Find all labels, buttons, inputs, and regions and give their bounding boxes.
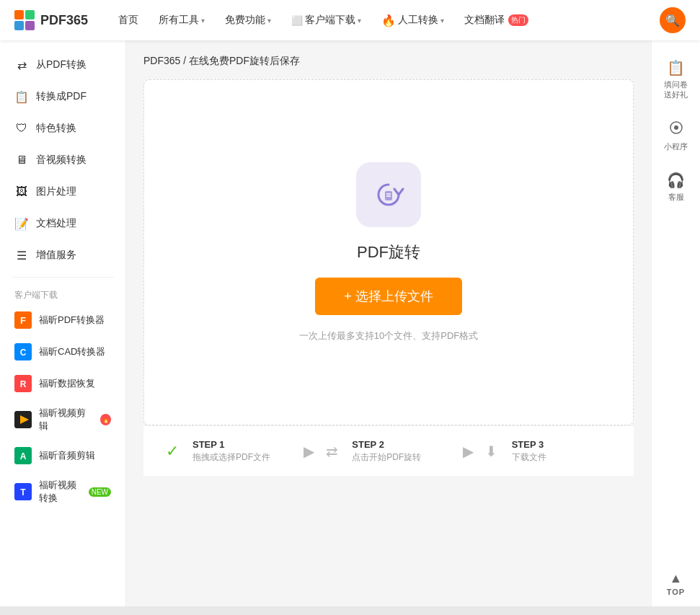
sidebar-item-to-pdf[interactable]: 📋 转换成PDF [0,81,125,112]
svg-text:C: C [20,348,27,358]
breadcrumb: PDF365 / 在线免费PDF旋转后保存 [143,55,634,68]
hot-badge: 热门 [508,14,528,26]
breadcrumb-separator: / [183,55,189,66]
sidebar-client-foxitcad[interactable]: C 福昕CAD转换器 [0,336,125,368]
pdf-rotate-icon [356,162,421,227]
step-2-label: STEP 2 [352,439,421,450]
nav-manual-convert[interactable]: 🔥 人工转换 ▾ [373,9,453,32]
foxitdata-icon: R [14,375,32,392]
step-3: ⬇ STEP 3 下载文件 [480,439,616,464]
top-button[interactable]: ▲ TOP [663,564,689,603]
sidebar-item-from-pdf-label: 从PDF转换 [36,58,87,71]
step-1-check-icon: ✓ [161,440,184,463]
logo-area[interactable]: PDF365 [14,10,88,30]
nav-manual-convert-label: 人工转换 [398,14,438,27]
right-panel-survey[interactable]: 📋 填问卷送好礼 [656,52,696,107]
foxitpdf-icon: F [14,311,32,329]
sidebar-item-vip-service[interactable]: ☰ 增值服务 [0,239,125,271]
step-2-desc: 点击开始PDF旋转 [352,451,421,464]
top-button-label: TOP [667,588,685,596]
vip-service-icon: ☰ [14,248,29,262]
top-arrow-icon: ▲ [670,571,683,586]
step-1: ✓ STEP 1 拖拽或选择PDF文件 [161,439,297,464]
right-panel-service[interactable]: 🎧 客服 [656,164,696,209]
main-content: PDF365 / 在线免费PDF旋转后保存 PDF旋转 + 选择上传文件 一次上 [126,40,651,615]
upload-button[interactable]: + 选择上传文件 [315,278,462,315]
right-panel-miniapp-label: 小程序 [664,141,688,151]
sidebar-client-foxitpdf[interactable]: F 福昕PDF转换器 [0,304,125,336]
sidebar-item-special-convert[interactable]: 🛡 特色转换 [0,112,125,144]
from-pdf-icon: ⇄ [14,58,29,72]
logo-icon [14,10,35,30]
new-badge: NEW [89,487,111,497]
nav-home[interactable]: 首页 [110,9,147,31]
survey-icon: 📋 [667,59,685,76]
breadcrumb-home: PDF365 [143,55,180,66]
sidebar-client-foxitdata-label: 福昕数据恢复 [39,377,95,390]
nav-all-tools[interactable]: 所有工具 ▾ [150,9,213,31]
sidebar-client-foxitvideo[interactable]: 福昕视频剪辑 🔥 [0,399,125,440]
sidebar-client-foxitaudio-label: 福昕音频剪辑 [39,449,95,462]
chevron-down-icon: ▾ [358,17,361,25]
svg-text:R: R [20,379,27,389]
sidebar-client-foxitaudio[interactable]: A 福昕音频剪辑 [0,440,125,472]
breadcrumb-current: 在线免费PDF旋转后保存 [189,55,300,66]
av-convert-icon: 🖥 [14,153,29,167]
sidebar-client-section-label: 客户端下载 [0,283,125,304]
foxitcad-icon: C [14,343,32,360]
sidebar-item-av-convert-label: 音视频转换 [36,154,87,167]
nav-doc-translate[interactable]: 文档翻译 热门 [456,9,537,31]
nav-client-download-label: 客户端下载 [305,14,355,27]
svg-text:F: F [20,315,26,326]
sidebar-item-vip-service-label: 增值服务 [36,249,76,262]
upload-title: PDF旋转 [357,242,420,263]
search-button[interactable]: 🔍 [660,7,686,33]
foxitaudio-icon: A [14,447,32,464]
step-1-label: STEP 1 [192,439,270,450]
step-3-text: STEP 3 下载文件 [512,439,546,464]
nav-client-download[interactable]: ⬜ 客户端下载 ▾ [283,9,370,31]
upload-hint: 一次上传最多支持10个文件、支持PDF格式 [299,329,478,342]
sidebar-item-to-pdf-label: 转换成PDF [36,90,87,103]
search-icon: 🔍 [665,14,680,27]
image-process-icon: 🖼 [14,185,29,199]
sidebar-client-foxitdata[interactable]: R 福昕数据恢复 [0,368,125,399]
step-3-download-icon: ⬇ [480,440,503,463]
steps-bar: ✓ STEP 1 拖拽或选择PDF文件 ▶ ⇄ STEP 2 点击开始PDF旋转… [143,425,634,476]
hot-badge-small: 🔥 [100,414,111,425]
right-panel-miniapp[interactable]: 小程序 [656,113,696,159]
sidebar-client-foxitvideoconv[interactable]: T 福昕视频转换 NEW [0,472,125,512]
nav-free-features[interactable]: 免费功能 ▾ [216,9,280,31]
foxitvideo-icon [14,411,32,428]
upload-area: PDF旋转 + 选择上传文件 一次上传最多支持10个文件、支持PDF格式 [143,79,634,425]
sidebar-item-image-process-label: 图片处理 [36,185,76,198]
sidebar-divider [12,277,114,278]
miniapp-icon [669,120,683,138]
sidebar-client-foxitvideoconv-label: 福昕视频转换 [39,479,79,505]
sidebar-item-image-process[interactable]: 🖼 图片处理 [0,176,125,208]
nav-doc-translate-label: 文档翻译 [464,14,505,27]
sidebar-item-from-pdf[interactable]: ⇄ 从PDF转换 [0,49,125,81]
sidebar-item-av-convert[interactable]: 🖥 音视频转换 [0,144,125,176]
step-2: ⇄ STEP 2 点击开始PDF旋转 [320,439,456,464]
special-convert-icon: 🛡 [14,121,29,136]
sidebar-item-doc-process[interactable]: 📝 文档处理 [0,208,125,239]
service-icon: 🎧 [667,172,685,189]
step-3-desc: 下载文件 [512,451,546,464]
foxitvideoconv-icon: T [14,483,32,500]
step-1-text: STEP 1 拖拽或选择PDF文件 [192,439,270,464]
sidebar-item-special-convert-label: 特色转换 [36,122,76,135]
right-panel: 📋 填问卷送好礼 小程序 🎧 客服 ▲ TOP [651,40,700,615]
right-panel-survey-label: 填问卷送好礼 [664,79,688,100]
sidebar: ⇄ 从PDF转换 📋 转换成PDF 🛡 特色转换 🖥 音视频转换 🖼 图片处理 … [0,40,126,615]
chevron-down-icon: ▾ [267,17,271,25]
right-panel-service-label: 客服 [668,192,684,202]
nav-free-features-label: 免费功能 [225,14,265,27]
step-2-text: STEP 2 点击开始PDF旋转 [352,439,421,464]
chevron-down-icon: ▾ [201,17,205,25]
to-pdf-icon: 📋 [14,89,29,104]
svg-text:A: A [20,451,27,461]
scrollbar-bottom[interactable] [0,606,700,615]
sidebar-client-foxitvideo-label: 福昕视频剪辑 [39,407,92,433]
sidebar-client-foxitcad-label: 福昕CAD转换器 [39,345,105,358]
